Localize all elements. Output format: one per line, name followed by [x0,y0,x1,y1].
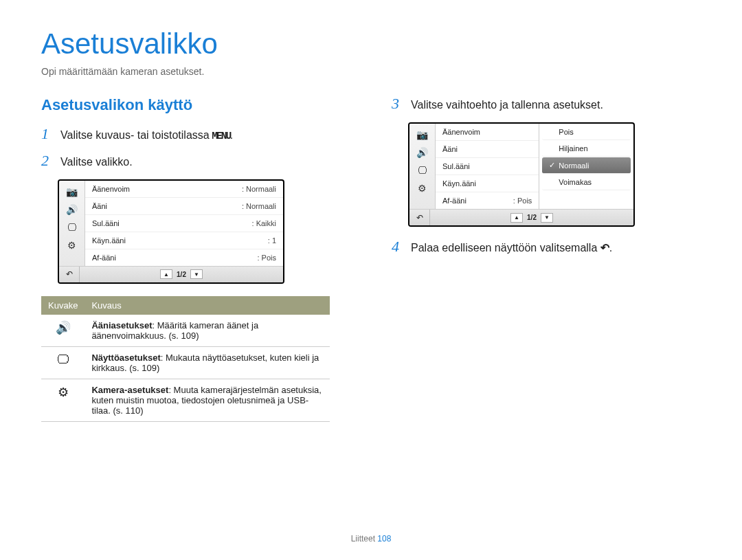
camera-screen-option-select: 📷 🔊 🖵 ⚙ Äänenvoim Ääni Sul.ääni Käyn.ään… [408,122,635,227]
return-icon: ↶ [600,240,609,256]
camera-footer: ↶ ▲ 1/2 ▼ [409,209,633,225]
page-down-icon[interactable]: ▼ [541,213,553,223]
menu-label: Ääni [92,202,242,210]
step-4: 4 Palaa edelliseen näyttöön valitsemalla… [392,239,701,256]
step-1-prefix: Valitse kuvaus- tai toistotilassa [60,129,212,141]
table-desc: Näyttöasetukset: Mukauta näyttöasetukset… [85,346,330,379]
camera-sidebar: 📷 🔊 🖵 ⚙ [409,124,436,209]
footer-label: Liitteet [351,534,375,544]
check-icon: ✓ [549,161,559,170]
menu-label: Af-ääni [442,197,513,205]
camera-footer: ↶ ▲ 1/2 ▼ [59,266,283,282]
menu-label: Käyn.ääni [442,179,532,188]
right-column: 3 Valitse vaihtoehto ja tallenna asetuks… [392,96,701,422]
camera-sidebar: 📷 🔊 🖵 ⚙ [59,181,85,266]
step-number: 2 [41,153,54,168]
page-up-icon[interactable]: ▲ [510,213,523,223]
menu-row[interactable]: Ääni [436,141,539,158]
menu-row[interactable]: Käyn.ääni [436,175,539,192]
display-icon: 🖵 [418,165,427,176]
footer-page-number: 108 [377,534,391,544]
menu-label: Ääni [442,145,532,153]
icon-description-table: Kuvake Kuvaus 🔊 Ääniasetukset: Määritä k… [41,296,330,422]
menu-row[interactable]: Käyn.ääni: 1 [85,232,283,249]
page-up-icon[interactable]: ▲ [160,269,172,279]
option-label: Pois [559,128,573,136]
option-row[interactable]: Pois [542,124,631,140]
step-number: 4 [392,239,404,254]
display-icon: 🖵 [67,222,77,233]
back-button[interactable]: ↶ [59,267,80,282]
table-row: 🔊 Ääniasetukset: Määritä kameran äänet j… [41,315,330,347]
menu-label: Käyn.ääni [92,236,268,245]
menu-button-label: MENU [212,130,231,144]
pager-text: 1/2 [177,271,186,278]
pager: ▲ 1/2 ▼ [430,213,633,223]
row-title: Näyttöasetukset [91,352,160,363]
page-subtitle: Opi määrittämään kameran asetukset. [41,66,701,77]
menu-value: : 1 [268,236,276,245]
menu-value: : Kaikki [252,219,276,227]
table-desc: Kamera-asetukset: Muuta kamerajärjestelm… [85,379,330,421]
menu-label: Sul.ääni [92,219,252,227]
step-2: 2 Valitse valikko. [41,153,350,170]
pager: ▲ 1/2 ▼ [80,269,283,279]
page-title: Asetusvalikko [41,27,701,60]
step-text: Palaa edelliseen näyttöön valitsemalla ↶… [411,239,612,256]
option-row[interactable]: Voimakas [542,175,631,190]
step-3: 3 Valitse vaihtoehto ja tallenna asetuks… [392,96,701,113]
display-icon: 🖵 [41,346,85,379]
menu-label: Äänenvoim [442,128,532,136]
menu-row[interactable]: Äänenvoim: Normaali [85,181,283,198]
gear-icon: ⚙ [41,379,85,421]
pager-text: 1/2 [527,214,537,221]
gear-icon: ⚙ [67,240,76,251]
step-4-suffix: . [609,242,612,254]
step-1: 1 Valitse kuvaus- tai toistotilassa MENU… [41,126,350,144]
camera-menu-list: Äänenvoim: Normaali Ääni: Normaali Sul.ä… [85,181,283,266]
camera-icon: 📷 [416,129,428,140]
option-label: Hiljainen [559,144,587,153]
sound-icon: 🔊 [66,204,78,215]
step-number: 3 [392,96,404,111]
menu-value: : Pois [513,197,532,205]
sound-icon: 🔊 [41,315,85,347]
step-4-prefix: Palaa edelliseen näyttöön valitsemalla [411,242,600,254]
menu-row[interactable]: Af-ääni: Pois [436,192,539,209]
table-header-desc: Kuvaus [85,296,330,315]
gear-icon: ⚙ [418,183,427,194]
menu-row[interactable]: Äänenvoim [436,124,539,141]
option-label: Normaali [559,161,589,170]
camera-icon: 📷 [66,186,78,197]
row-title: Ääniasetukset [91,320,152,331]
page-footer: Liitteet 108 [0,534,742,544]
menu-value: : Normaali [242,202,276,210]
step-text: Valitse kuvaus- tai toistotilassa MENU. [60,126,233,144]
menu-row[interactable]: Sul.ääni: Kaikki [85,215,283,232]
sound-icon: 🔊 [416,147,428,158]
table-desc: Ääniasetukset: Määritä kameran äänet ja … [85,315,330,347]
table-header-icon: Kuvake [41,296,85,315]
menu-row[interactable]: Af-ääni: Pois [85,249,283,266]
left-column: Asetusvalikon käyttö 1 Valitse kuvaus- t… [41,96,350,422]
option-row[interactable]: Hiljainen [542,141,631,157]
camera-option-pane: Pois Hiljainen ✓Normaali Voimakas [539,124,633,209]
camera-menu-list: Äänenvoim Ääni Sul.ääni Käyn.ääni Af-ään… [436,124,539,209]
step-text: Valitse vaihtoehto ja tallenna asetukset… [411,96,603,113]
menu-row[interactable]: Ääni: Normaali [85,198,283,215]
menu-label: Äänenvoim [92,185,242,193]
menu-value: : Normaali [242,185,276,193]
step-text: Valitse valikko. [60,153,133,170]
menu-row[interactable]: Sul.ääni [436,158,539,175]
table-row: ⚙ Kamera-asetukset: Muuta kamerajärjeste… [41,379,330,421]
menu-label: Sul.ääni [442,162,532,170]
option-label: Voimakas [559,178,592,186]
section-heading: Asetusvalikon käyttö [41,96,350,114]
menu-value: : Pois [257,254,276,262]
option-row-selected[interactable]: ✓Normaali [542,157,631,174]
camera-screen-menu-list: 📷 🔊 🖵 ⚙ Äänenvoim: Normaali Ääni: Normaa… [58,179,284,284]
back-button[interactable]: ↶ [409,210,430,225]
table-row: 🖵 Näyttöasetukset: Mukauta näyttöasetuks… [41,346,330,379]
page-down-icon[interactable]: ▼ [190,269,203,279]
step-number: 1 [41,126,54,142]
